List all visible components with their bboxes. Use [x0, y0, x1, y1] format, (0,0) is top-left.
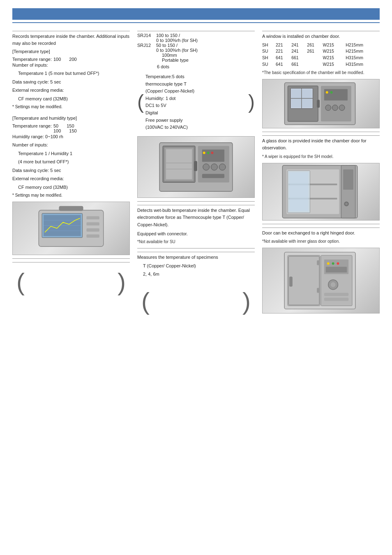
svg-point-40 [330, 91, 333, 93]
svg-rect-19 [202, 174, 224, 178]
col1-device-image [12, 202, 130, 255]
settings-note: * Settings may be modified. [12, 104, 130, 110]
col2-specimen-type: T (Copper/ Copper-Nickel) [137, 262, 255, 269]
th-temp-range-label: Temperature range: [12, 123, 52, 128]
th-temp-val3: 100 [53, 128, 61, 133]
th-temp-range-row2: 100 150 [12, 128, 130, 133]
temp-humidity-label: [Temperature and humidity type] [12, 115, 130, 122]
col3-hinge-desc: Door can be exchanged to a right hinged … [262, 230, 380, 237]
svg-point-38 [339, 105, 345, 111]
svg-point-16 [203, 164, 210, 170]
page: Records temperature inside the chamber. … [0, 0, 392, 555]
col1-paren-section: ( ) [12, 264, 130, 300]
srj12-range2: 0 to 100%rh (for SH) [156, 48, 198, 53]
col3-window-spec-table: SH 221 241 261 W215 H215mm SU 221 241 26… [262, 42, 380, 68]
spec-w-1: W215 [323, 48, 346, 55]
temp-range-val2: 200 [69, 57, 76, 62]
svg-rect-56 [317, 288, 319, 293]
srj12-range1: 50 to 150 / [156, 43, 198, 48]
svg-rect-55 [317, 260, 319, 265]
srj12-specs: 50 to 150 / 0 to 100%rh (for SH) 100mm P… [156, 43, 198, 63]
svg-rect-10 [59, 206, 83, 211]
srj12-val: 100mm [156, 53, 198, 58]
svg-rect-66 [324, 298, 348, 301]
right-paren: ) [118, 272, 126, 292]
spec-w-0: W215 [323, 42, 346, 49]
spec-row-1: SU 221 241 261 W215 H215mm [262, 48, 380, 55]
settings-note2: * Settings may be modified. [12, 192, 130, 198]
svg-rect-9 [86, 235, 99, 238]
humidity-range: Humidity range: 0~100 rh [12, 133, 130, 140]
ext-rec-val: CF memory card (32MB) [12, 95, 130, 102]
svg-point-36 [325, 105, 331, 111]
col2-mid-rule4 [137, 252, 255, 252]
svg-rect-24 [166, 149, 192, 179]
ext-rec2-val: CF memory cord (32MB) [12, 184, 130, 191]
header-bar [12, 8, 380, 20]
left-bracket: ( [137, 72, 145, 133]
right-bracket: ) [247, 72, 255, 133]
header-underline [12, 22, 380, 23]
spec-v1-0: 221 [276, 42, 291, 49]
spec-h-0: H215mm [346, 42, 380, 49]
col1-bottom-rule [12, 258, 130, 259]
bracket-item-5: Digital [145, 109, 247, 117]
temp-range-val1: 100 [53, 57, 61, 62]
col3-top-rule [262, 31, 380, 31]
bracket-item-1: thermocouple type T [145, 81, 247, 88]
col1-temp-type-label: [Temperature type] [12, 48, 130, 55]
col3-mid-rule1 [262, 132, 380, 132]
svg-point-39 [326, 91, 328, 93]
svg-rect-35 [324, 89, 348, 100]
spec-model-2: SH [262, 55, 276, 61]
svg-point-61 [337, 262, 339, 265]
col2-wet-bulb-note: *Not available for SU [137, 239, 255, 245]
num-inputs2-detail2: (4 more but turned OFF*) [12, 158, 130, 165]
bracket-item-4: DC1 to 5V [145, 102, 247, 109]
col2-mid-rule2 [137, 205, 255, 205]
spec-h-2: H315mm [346, 55, 380, 61]
col3-hinge-image [262, 248, 380, 313]
col3-spec-note: *The basic specification of the chamber … [262, 70, 380, 76]
srj12-label: SRJ12 [137, 43, 154, 63]
svg-rect-15 [202, 149, 224, 162]
spec-v3-0: 261 [307, 42, 323, 49]
spec-row-2: SH 641 661 W215 H315mm [262, 55, 380, 61]
temp-range-row: Temperature range: 100 200 [12, 57, 130, 62]
spec-model-0: SH [262, 42, 276, 49]
svg-rect-8 [86, 228, 99, 232]
spec-v3-2 [307, 55, 323, 61]
column-3: A window is installed on chamber door. S… [262, 28, 380, 317]
main-columns: Records temperature inside the chamber. … [12, 28, 380, 317]
srj14-specs: 100 to 150 / 0 to 100%rh (for SH) [156, 33, 198, 43]
spec-row-3: SU 641 661 W215 H315mm [262, 61, 380, 68]
bracket-item-6: Free power supply [145, 117, 247, 124]
spec-v1-3: 641 [276, 61, 291, 68]
col2-top-rule [137, 31, 255, 31]
bracket-content: Temperature:5 dots thermocouple type T (… [145, 72, 247, 133]
th-temp-val4: 150 [69, 128, 76, 133]
col2-specimen-desc: Measures the temperature of specimens [137, 254, 255, 261]
svg-point-60 [332, 262, 334, 265]
srj14-range1: 100 to 150 / [156, 33, 198, 38]
svg-point-20 [203, 151, 205, 154]
bracket-item-0: Temperature:5 dots [145, 73, 247, 81]
col3-mid-rule4 [262, 228, 380, 228]
svg-point-18 [219, 164, 226, 170]
spec-v2-1: 241 [291, 48, 307, 55]
left-paren-2: ( [141, 292, 150, 311]
srj14-label: SRJ14 [137, 33, 154, 43]
spec-v2-0: 241 [291, 42, 307, 49]
svg-point-50 [345, 202, 348, 205]
svg-point-22 [211, 151, 214, 154]
col2-chamber-image [137, 136, 255, 198]
spec-v2-3: 661 [291, 61, 307, 68]
col3-window-desc: A window is installed on chamber door. [262, 33, 380, 40]
col3-hinge-note: *Not available with inner glass door opt… [262, 238, 380, 244]
col2-paren-section: ( ) [137, 279, 255, 316]
dots-label: 6 dots [137, 64, 255, 69]
bracket-item-2: (Copper/ Copper-Nickel) [145, 88, 247, 95]
num-inputs-detail: Temperature 1 (5 more but turned OFF*) [12, 70, 130, 77]
column-2: SRJ14 100 to 150 / 0 to 100%rh (for SH) … [137, 28, 255, 317]
spec-row-0: SH 221 241 261 W215 H215mm [262, 42, 380, 49]
